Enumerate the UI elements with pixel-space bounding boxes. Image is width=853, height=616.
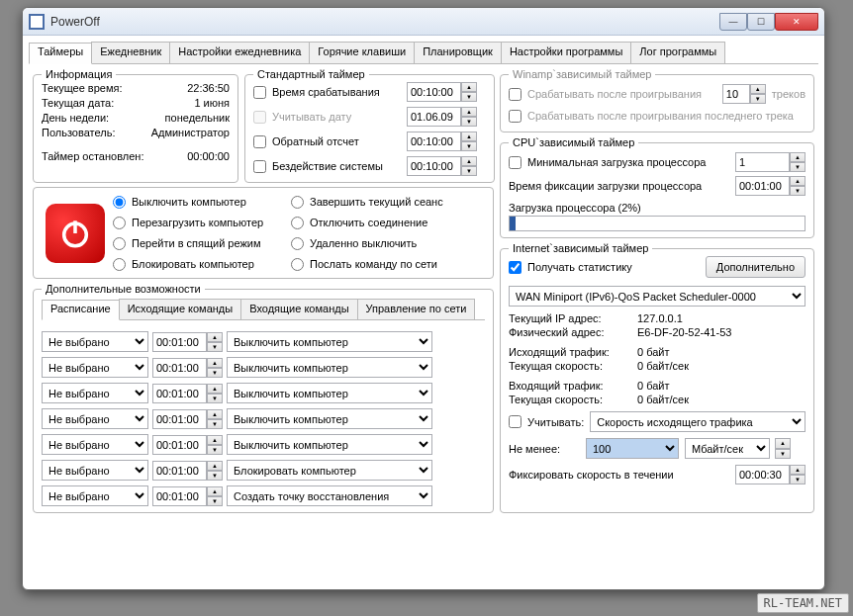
sched-action[interactable]: Выключить компьютер [227, 357, 432, 378]
tab-log[interactable]: Лог программы [630, 42, 725, 63]
radio-disconnect[interactable]: Отключить соединение [291, 213, 469, 232]
cpu-load-label: Загрузка процессора (2%) [509, 202, 806, 214]
radio-reboot[interactable]: Перезагрузить компьютер [113, 213, 291, 232]
addon-subtabs: Расписание Исходящие команды Входящие ко… [42, 299, 485, 320]
main-tabs: Таймеры Ежедневник Настройки ежедневника… [29, 42, 818, 64]
minimize-button[interactable]: — [719, 13, 747, 31]
in-label: Входящий трафик: [509, 380, 637, 392]
client-area: Таймеры Ежедневник Настройки ежедневника… [23, 36, 824, 523]
idle-check[interactable]: Бездействие системы [253, 156, 407, 176]
radio-sleep[interactable]: Перейти в спящий режим [113, 233, 291, 253]
net-min-label: Не менее: [509, 443, 580, 455]
sched-time[interactable]: ▲▼ [152, 332, 223, 352]
radio-lock[interactable]: Блокировать компьютер [113, 254, 291, 274]
net-stats-check[interactable]: Получать статистику [509, 257, 632, 277]
subtab-incoming[interactable]: Входящие команды [240, 299, 357, 319]
sched-time[interactable]: ▲▼ [152, 461, 223, 481]
countdown-check[interactable]: Обратный отсчет [253, 132, 407, 151]
subtab-outgoing[interactable]: Исходящие команды [119, 299, 242, 319]
left-col: Информация Текущее время:22:36:50 Текуща… [33, 68, 494, 513]
winamp-groupbox: Winamp`зависимый таймер Срабатывать посл… [500, 68, 814, 132]
tab-scheduler[interactable]: Планировщик [414, 42, 502, 63]
tab-diary[interactable]: Ежедневник [91, 42, 170, 63]
fire-time-input[interactable]: ▲▼ [407, 82, 486, 102]
out-speed-value: 0 байт/сек [637, 360, 796, 372]
sched-time[interactable]: ▲▼ [152, 384, 223, 403]
sched-time[interactable]: ▲▼ [152, 435, 223, 455]
sched-action[interactable]: Блокировать компьютер [227, 460, 432, 481]
radio-shutdown[interactable]: Выключить компьютер [113, 192, 291, 212]
user-value: Администратор [150, 127, 230, 138]
sched-row: Не выбрано▲▼Выключить компьютер [42, 331, 485, 352]
tab-hotkeys[interactable]: Горячие клавиши [309, 42, 415, 63]
net-more-button[interactable]: Дополнительно [706, 256, 806, 278]
close-button[interactable]: ✕ [775, 13, 818, 31]
ip-value: 127.0.0.1 [637, 312, 796, 324]
maximize-button[interactable]: ☐ [747, 13, 775, 31]
tab-program-settings[interactable]: Настройки программы [501, 42, 631, 63]
net-adapter-select[interactable]: WAN Miniport (IPv6)-QoS Packet Scheduler… [509, 286, 806, 307]
date-label: Текущая дата: [42, 97, 150, 109]
countdown-input[interactable]: ▲▼ [407, 132, 486, 151]
net-groupbox: Internet`зависимый таймер Получать стати… [500, 242, 814, 513]
subtab-netcontrol[interactable]: Управление по сети [357, 299, 476, 319]
winamp-after-last-check[interactable]: Срабатывать после проигрывания последнег… [509, 106, 806, 126]
net-consider-check[interactable]: Учитывать: [509, 412, 584, 432]
net-fix-label: Фиксировать скорость в течении [509, 469, 674, 481]
out-speed-label: Текущая скорость: [509, 360, 637, 372]
sched-sel[interactable]: Не выбрано [42, 408, 148, 429]
tracks-label: треков [772, 88, 806, 100]
sched-action[interactable]: Создать точку восстановления [227, 485, 432, 506]
sched-sel[interactable]: Не выбрано [42, 434, 148, 455]
schedule-rows: Не выбрано▲▼Выключить компьютер Не выбра… [42, 320, 485, 506]
sched-sel[interactable]: Не выбрано [42, 460, 148, 481]
idle-input[interactable]: ▲▼ [407, 156, 486, 176]
radio-netcmd[interactable]: Послать команду по сети [291, 254, 469, 274]
radio-remote-off[interactable]: Удаленно выключить [291, 233, 469, 253]
radio-logoff[interactable]: Завершить текущий сеанс [291, 192, 469, 212]
net-legend: Internet`зависимый таймер [509, 242, 652, 254]
consider-date-input[interactable]: ▲▼ [407, 107, 486, 127]
net-consider-select[interactable]: Скорость исходящего трафика [590, 411, 806, 432]
sched-action[interactable]: Выключить компьютер [227, 408, 432, 429]
action-radios: Выключить компьютер Завершить текущий се… [113, 192, 469, 274]
cpu-min-input[interactable]: ▲▼ [735, 152, 806, 172]
sched-action[interactable]: Выключить компьютер [227, 434, 432, 455]
tab-timers[interactable]: Таймеры [29, 43, 92, 64]
ip-label: Текущий IP адрес: [509, 312, 637, 324]
tab-diary-settings[interactable]: Настройки ежедневника [169, 42, 310, 63]
sched-sel[interactable]: Не выбрано [42, 383, 148, 403]
sched-time[interactable]: ▲▼ [152, 358, 223, 378]
consider-date-check: Учитывать дату [253, 107, 407, 127]
sched-time[interactable]: ▲▼ [152, 409, 223, 429]
sched-action[interactable]: Выключить компьютер [227, 383, 432, 403]
winamp-after-play-check[interactable]: Срабатывать после проигрывания [509, 84, 702, 104]
net-fix-input[interactable]: ▲▼ [735, 465, 806, 484]
sched-time[interactable]: ▲▼ [152, 486, 223, 506]
cpu-fix-input[interactable]: ▲▼ [735, 176, 806, 196]
sched-sel[interactable]: Не выбрано [42, 485, 148, 506]
window-title: PowerOff [50, 15, 719, 29]
net-min-value[interactable]: 100 [586, 438, 679, 459]
sched-row: Не выбрано▲▼Создать точку восстановления [42, 485, 485, 506]
sched-row: Не выбрано▲▼Выключить компьютер [42, 434, 485, 455]
cpu-progress [509, 216, 806, 231]
addon-legend: Дополнительные возможности [42, 283, 205, 295]
net-min-unit[interactable]: Мбайт/сек [685, 438, 770, 459]
power-icon[interactable] [46, 204, 105, 263]
addon-groupbox: Дополнительные возможности Расписание Ис… [33, 283, 494, 513]
sched-sel[interactable]: Не выбрано [42, 331, 148, 352]
in-speed-value: 0 байт/сек [637, 394, 796, 405]
dow-label: День недели: [42, 112, 150, 124]
fire-time-check[interactable]: Время срабатывания [253, 82, 407, 102]
sched-action[interactable]: Выключить компьютер [227, 331, 432, 352]
sched-row: Не выбрано▲▼Блокировать компьютер [42, 460, 485, 481]
titlebar[interactable]: PowerOff — ☐ ✕ [23, 8, 824, 36]
sched-sel[interactable]: Не выбрано [42, 357, 148, 378]
right-col: Winamp`зависимый таймер Срабатывать посл… [500, 68, 814, 513]
svg-rect-1 [31, 16, 43, 28]
cpu-min-check[interactable]: Минимальная загрузка процессора [509, 152, 706, 172]
subtab-schedule[interactable]: Расписание [42, 300, 120, 320]
tracks-input[interactable]: ▲▼ [722, 84, 766, 104]
date-value: 1 июня [150, 97, 230, 109]
